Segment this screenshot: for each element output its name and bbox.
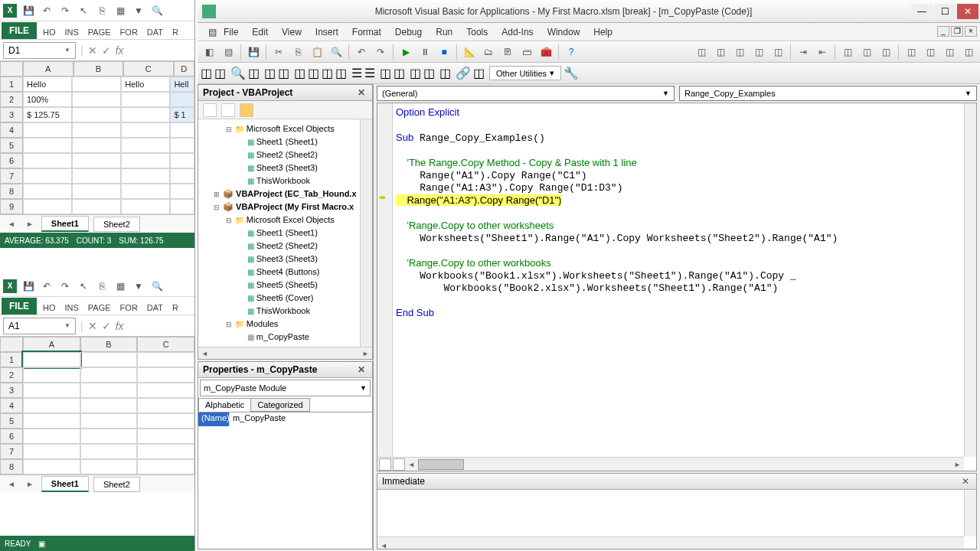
find-icon[interactable]: 🔍 — [150, 4, 164, 18]
toolbar-icon[interactable]: ◫ — [731, 44, 748, 60]
toolbar-icon[interactable]: ◫ — [839, 44, 856, 60]
redo-icon[interactable]: ↷ — [372, 44, 389, 60]
cell[interactable] — [170, 122, 194, 138]
panel-close-icon[interactable]: ✕ — [959, 476, 972, 487]
row-header[interactable]: 6 — [0, 429, 23, 444]
cell[interactable]: Hello — [23, 77, 72, 92]
table-icon[interactable]: ▦ — [113, 4, 127, 18]
row-header[interactable]: 4 — [0, 122, 23, 138]
cell[interactable] — [137, 459, 194, 474]
list-icon[interactable]: ☰ — [364, 66, 375, 80]
ribbon-tab[interactable]: HO — [40, 25, 59, 39]
tree-item[interactable]: ⊟Microsoft Excel Objects — [200, 214, 358, 227]
cell[interactable] — [170, 184, 194, 199]
scrollbar-vertical[interactable] — [964, 490, 976, 536]
cell[interactable] — [137, 429, 194, 444]
ribbon-tab[interactable]: PAGE — [85, 25, 114, 39]
cell[interactable] — [72, 107, 121, 122]
row-header[interactable]: 5 — [0, 413, 23, 429]
cell[interactable] — [121, 107, 170, 122]
cell[interactable] — [23, 168, 72, 184]
ribbon-tab[interactable]: FOR — [117, 25, 141, 39]
cell[interactable] — [170, 153, 194, 168]
indent-icon[interactable]: ⇥ — [795, 44, 812, 60]
ribbon-tab[interactable]: DAT — [144, 25, 166, 39]
scrollbar-horizontal[interactable]: ◄► — [198, 347, 372, 359]
cell[interactable] — [80, 383, 138, 398]
menu-view[interactable]: View — [276, 24, 308, 40]
project-tree[interactable]: ⊟Microsoft Excel ObjectsSheet1 (Sheet1)S… — [198, 119, 360, 347]
list-icon[interactable]: ☰ — [351, 66, 362, 80]
tree-item[interactable]: ⊟📦 VBAProject (My First Macro.x — [200, 201, 358, 214]
toolbar-icon[interactable]: 🔍 — [230, 66, 246, 80]
ribbon-tab[interactable]: HO — [40, 301, 59, 315]
row-header[interactable]: 7 — [0, 444, 23, 459]
cursor-icon[interactable]: ↖ — [77, 279, 90, 293]
cell[interactable] — [72, 92, 121, 107]
cell[interactable] — [121, 138, 170, 153]
row-header[interactable]: 3 — [0, 383, 23, 398]
sheet-nav-prev-icon[interactable]: ◄ — [5, 220, 18, 228]
undo-icon[interactable]: ↶ — [40, 4, 54, 18]
view-excel-icon[interactable]: ◧ — [201, 44, 217, 60]
minimize-button[interactable]: — — [911, 4, 933, 19]
cell[interactable] — [23, 153, 72, 168]
panel-close-icon[interactable]: ✕ — [355, 87, 368, 98]
cell[interactable] — [80, 459, 138, 474]
cell[interactable] — [23, 352, 80, 367]
tree-item[interactable]: Sheet2 (Sheet2) — [200, 240, 358, 253]
toolbar-icon[interactable]: ◫ — [322, 66, 333, 80]
cell[interactable] — [72, 199, 121, 214]
column-header[interactable]: B — [80, 337, 138, 352]
toolbar-icon[interactable]: ◫ — [922, 44, 939, 60]
toolbox-icon[interactable]: 🧰 — [537, 44, 554, 60]
cell[interactable] — [23, 413, 80, 429]
column-header[interactable]: A — [23, 61, 74, 77]
macro-record-icon[interactable]: ▣ — [38, 540, 45, 548]
row-header[interactable]: 6 — [0, 153, 23, 168]
sheet-tab[interactable]: Sheet2 — [93, 217, 140, 232]
menu-tools[interactable]: Tools — [460, 24, 494, 40]
toolbar-icon[interactable]: ◫ — [335, 66, 347, 80]
enter-icon[interactable]: ✓ — [102, 320, 111, 332]
scrollbar-vertical[interactable] — [360, 119, 372, 347]
toolbar-icon[interactable]: ◫ — [264, 66, 276, 80]
column-header[interactable]: A — [23, 337, 80, 352]
formula-bar[interactable]: |✕✓fx — [76, 44, 194, 57]
menu-run[interactable]: Run — [430, 24, 459, 40]
cell[interactable] — [80, 367, 138, 383]
column-header[interactable]: C — [137, 337, 194, 352]
other-utilities-dropdown[interactable]: Other Utilities▾ — [489, 66, 561, 80]
cut-icon[interactable]: ✂ — [270, 44, 287, 60]
menu-addins[interactable]: Add-Ins — [495, 24, 539, 40]
toolbar-icon[interactable]: ◫ — [877, 44, 894, 60]
cell[interactable] — [23, 383, 80, 398]
cell[interactable] — [137, 352, 194, 367]
cell[interactable] — [72, 77, 121, 92]
menu-format[interactable]: Format — [346, 24, 387, 40]
sheet-nav-prev-icon[interactable]: ◄ — [5, 480, 18, 488]
toolbar-icon[interactable]: ◫ — [941, 44, 958, 60]
toolbar-icon[interactable]: ◫ — [380, 66, 391, 80]
scrollbar-vertical[interactable] — [964, 103, 976, 457]
toolbar-icon[interactable]: ◫ — [960, 44, 977, 60]
scroll-left-icon[interactable]: ◄ — [405, 461, 418, 468]
cell[interactable] — [137, 413, 194, 429]
tree-item[interactable]: m_CopyPaste — [200, 331, 358, 344]
dropdown-icon[interactable]: ▼ — [64, 47, 70, 54]
enter-icon[interactable]: ✓ — [102, 44, 111, 57]
cell[interactable] — [72, 138, 121, 153]
cell[interactable] — [72, 184, 121, 199]
cell[interactable] — [23, 444, 80, 459]
insert-module-icon[interactable]: ▤ — [220, 44, 237, 60]
mdi-restore-button[interactable]: ❐ — [951, 26, 963, 37]
select-all-corner[interactable] — [0, 61, 23, 77]
cell[interactable] — [80, 429, 138, 444]
find-icon[interactable]: 🔍 — [328, 44, 345, 60]
tree-item[interactable]: Sheet1 (Sheet1) — [200, 227, 358, 240]
cancel-icon[interactable]: ✕ — [88, 44, 97, 57]
sheet-nav-next-icon[interactable]: ► — [23, 480, 37, 488]
help-icon[interactable]: ? — [563, 44, 580, 60]
cell[interactable] — [121, 168, 170, 184]
cell[interactable] — [121, 122, 170, 138]
